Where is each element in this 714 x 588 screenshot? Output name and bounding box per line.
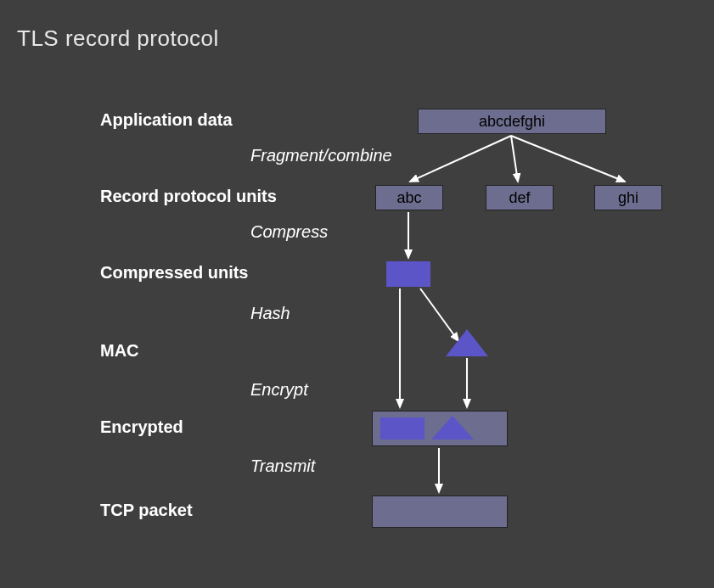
svg-line-4 <box>420 288 458 341</box>
encrypted-inner-rect <box>380 417 424 440</box>
label-tcp-packet: TCP packet <box>100 501 193 520</box>
label-encrypted: Encrypted <box>100 417 183 437</box>
step-fragment: Fragment/combine <box>250 146 392 165</box>
label-record-protocol-units: Record protocol units <box>100 187 277 206</box>
step-encrypt: Encrypt <box>250 380 308 400</box>
box-compressed <box>386 261 430 287</box>
label-application-data: Application data <box>100 110 233 130</box>
svg-line-1 <box>511 136 518 182</box>
box-fragment-def: def <box>486 185 554 210</box>
step-compress: Compress <box>250 222 328 242</box>
label-mac: MAC <box>100 341 139 361</box>
step-hash: Hash <box>250 304 290 323</box>
mac-triangle-icon <box>446 329 488 356</box>
svg-line-0 <box>410 136 511 182</box>
box-tcp-packet <box>372 496 508 528</box>
page-title: TLS record protocol <box>17 25 219 52</box>
svg-line-2 <box>511 136 625 182</box>
box-application-data: abcdefghi <box>418 109 606 134</box>
step-transmit: Transmit <box>250 456 315 476</box>
box-fragment-ghi: ghi <box>594 185 662 210</box>
label-compressed-units: Compressed units <box>100 263 248 283</box>
box-fragment-abc: abc <box>375 185 443 210</box>
